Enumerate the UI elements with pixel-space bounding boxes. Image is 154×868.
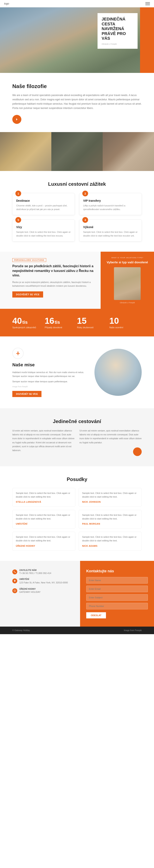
pers-badge: PERSONALIZED VACATIONS xyxy=(12,258,46,262)
footer-right: Image from Freepik xyxy=(124,629,142,631)
stat-0: 40 tis Spokojených zákazníků xyxy=(12,316,45,329)
test-text-1: Sample text. Click to select the text bo… xyxy=(82,491,138,499)
stat-number-0: 40 xyxy=(12,316,22,325)
pers-cta-button[interactable]: DOZVĚDĚT SE VÍCE xyxy=(12,291,43,298)
hamburger-menu[interactable] xyxy=(145,2,150,5)
unique-section: Jedinečné cestování Ut enim ad minim ven… xyxy=(0,408,154,466)
contact-form-section: Kontaktujte nás ODESLAT xyxy=(80,561,154,627)
mission-body2: Semper auctor neque vitae tempus quam pe… xyxy=(12,380,86,383)
arrow-right-icon xyxy=(15,118,19,121)
stat-number-3: 10 xyxy=(109,316,119,325)
hero-orange-bar xyxy=(140,7,154,73)
pers-what-title: Vyberte si typ vaší dovolené xyxy=(107,260,148,265)
contact-email-input[interactable] xyxy=(86,586,148,592)
unique-title: Jedinečné cestování xyxy=(12,418,142,424)
contact-phone-input[interactable] xyxy=(86,603,148,609)
unique-body1: Ut enim ad minim veniam, quis nostrud ex… xyxy=(12,429,75,453)
test-name-1: NICK JOHNSON xyxy=(82,501,138,503)
contact-name-input[interactable] xyxy=(86,577,148,584)
pers-what-label: WHAT IS YOUR VACATIONS TYPE? xyxy=(111,257,143,259)
stat-unit-1: tis xyxy=(55,320,60,325)
phone-label: ZAVOLEJTE NÁM xyxy=(19,569,51,571)
stat-number-2: 15 xyxy=(77,316,87,325)
pers-right: WHAT IS YOUR VACATIONS TYPE? Vyberte si … xyxy=(101,252,154,309)
phone-icon xyxy=(14,571,16,573)
stat-1: 16 tis Případy dovolené xyxy=(45,316,77,329)
mission-white-circle xyxy=(12,348,24,359)
luxury-title: Luxusní cestovní zážitek xyxy=(12,181,142,187)
hours-value: GATEWAY HOLIDAY xyxy=(19,591,41,593)
contact-address-block: UMÍSTĚNÍ 123 Fake St, A Fake, New York, … xyxy=(12,578,74,584)
mission-credit: Image from freepik xyxy=(12,385,86,388)
footer-left: © Gateway Holiday xyxy=(12,629,30,631)
unique-content: Ut enim ad minim veniam, quis nostrud ex… xyxy=(12,429,142,456)
card-title-2: VIP transfery xyxy=(83,199,138,202)
unique-orange-dot xyxy=(133,447,142,456)
address-icon-circle xyxy=(12,579,17,583)
test-card-2: Sample text. Click to select the text bo… xyxy=(12,510,75,528)
card-vip: 2 VIP transfery Liftip a pohyb našich lu… xyxy=(79,193,142,215)
card-destinace: 1 Destinace Chceme vědět, kde a proč – p… xyxy=(12,193,75,215)
luxury-cards-grid: 1 Destinace Chceme vědět, kde a proč – p… xyxy=(12,193,142,241)
card-body-1: Chceme vědět, kde a proč – prosím pachop… xyxy=(16,204,71,211)
pers-credit: Obrázek z Freepik xyxy=(120,302,135,304)
test-name-2: UMÍSTĚNÍ xyxy=(16,523,72,525)
hours-icon-circle xyxy=(12,588,17,593)
pers-title: Poruče se po předkůrách zátiší, fascinuj… xyxy=(12,264,96,278)
contact-submit-button[interactable]: ODESLAT xyxy=(86,612,106,618)
mission-cta-button[interactable]: DOZVĚDĚT SE VÍCE xyxy=(12,391,42,397)
card-number-4: 4 xyxy=(82,217,88,223)
testimonials-section: Posudky Sample text. Click to select the… xyxy=(0,466,154,561)
stat-label-0: Spokojených zákazníků xyxy=(12,326,45,329)
stat-label-2: Roky zkušeností xyxy=(77,326,109,329)
card-number-2: 2 xyxy=(82,191,88,196)
philosophy-section: Naše filozofie We are a team of tourist … xyxy=(0,73,154,132)
card-title-1: Destinace xyxy=(16,199,71,202)
pers-left: PERSONALIZED VACATIONS Poruče se po před… xyxy=(0,252,101,309)
test-card-4: Sample text. Click to select the text bo… xyxy=(12,532,75,550)
hours-label: ÚŘEDNÍ HODINY xyxy=(19,588,41,590)
address-label: UMÍSTĚNÍ xyxy=(19,578,68,580)
mission-section: Naše mise Habitant morbi tristique senec… xyxy=(0,336,154,408)
test-text-2: Sample text. Click to select the text bo… xyxy=(16,513,72,521)
contact-hours-block: ÚŘEDNÍ HODINY GATEWAY HOLIDAY xyxy=(12,588,74,593)
footer: © Gateway Holiday Image from Freepik xyxy=(0,627,154,634)
test-text-5: Sample text. Click to select the text bo… xyxy=(82,535,138,542)
stat-3: 10 Naše ocenění xyxy=(109,316,142,329)
location-icon xyxy=(14,580,16,582)
philosophy-arrow-button[interactable] xyxy=(12,115,21,124)
test-name-0: STELLA LANGENOVÁ xyxy=(16,501,72,503)
address-value: 123 Fake St, A Fake, New York, NY, 32010… xyxy=(19,581,68,584)
unique-body2: Ut enim ad minim veniam, quis nostrud ex… xyxy=(79,429,142,444)
test-text-3: Sample text. Click to select the text bo… xyxy=(82,513,138,521)
philosophy-title: Naše filozofie xyxy=(12,83,142,90)
mission-text: Naše mise Habitant morbi tristique senec… xyxy=(12,348,86,397)
test-name-4: ÚŘEDNÍ HODINY xyxy=(16,545,72,547)
hero-credit: Obrázek z Freepik xyxy=(102,43,133,45)
plane-icon xyxy=(16,351,20,355)
test-text-0: Sample text. Click to select the text bo… xyxy=(16,491,72,499)
pers-photo xyxy=(114,267,140,300)
contact-subject-input[interactable] xyxy=(86,594,148,601)
logo: logo xyxy=(4,2,9,5)
test-card-0: Sample text. Click to select the text bo… xyxy=(12,488,75,506)
stat-number-1: 16 xyxy=(45,316,54,325)
header: logo xyxy=(0,0,154,7)
test-text-4: Sample text. Click to select the text bo… xyxy=(16,535,72,542)
test-card-3: Sample text. Click to select the text bo… xyxy=(79,510,142,528)
photo-row xyxy=(0,132,154,171)
stat-2: 15 Roky zkušeností xyxy=(77,316,109,329)
card-vizy: 5 Vízy Sample text. Click to select the … xyxy=(12,219,75,241)
personalized-section: PERSONALIZED VACATIONS Poruče se po před… xyxy=(0,252,154,309)
testimonials-grid: Sample text. Click to select the text bo… xyxy=(12,488,142,551)
stats-section: 40 tis Spokojených zákazníků 16 tis Příp… xyxy=(0,309,154,336)
hero-title: JEDINEČNÁ CESTA NAVRŽENÁ PRÁVĚ PRO VÁS xyxy=(102,17,133,41)
stat-unit-0: tis xyxy=(22,320,28,325)
mission-body1: Habitant morbi tristique senectus et. Ni… xyxy=(12,370,86,378)
card-body-5: Sample text. Click to select the text bo… xyxy=(16,230,71,238)
pers-body: Řecko je se svými krásnými plážemi, okou… xyxy=(12,280,96,288)
test-name-3: PAUL MORGAN xyxy=(82,523,138,525)
test-card-5: Sample text. Click to select the text bo… xyxy=(79,532,142,550)
luxury-section: Luxusní cestovní zážitek 1 Destinace Chc… xyxy=(0,171,154,252)
contact-phone-block: ZAVOLEJTE NÁM T:+36.50.7831 / T:1300 392… xyxy=(12,569,74,575)
